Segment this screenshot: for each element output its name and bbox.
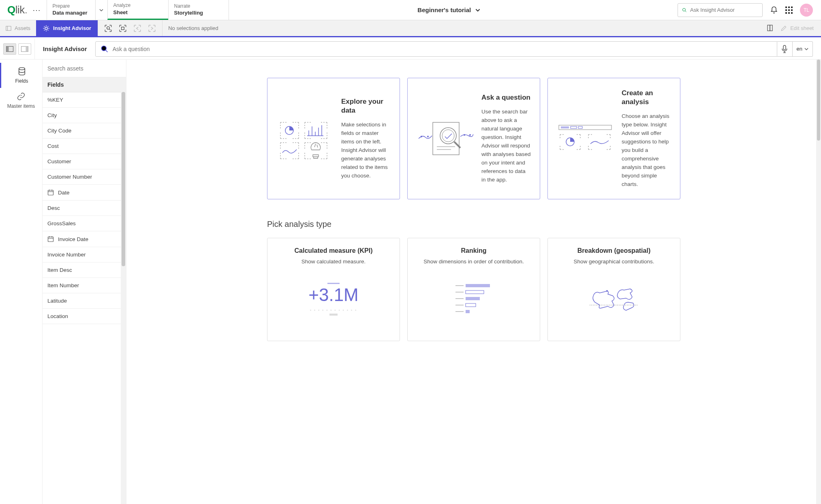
field-item[interactable]: Item Desc [43, 263, 126, 278]
card-title: Ask a question [481, 93, 531, 102]
tab-narrate[interactable]: Narrate Storytelling [168, 0, 229, 20]
svg-point-61 [606, 290, 608, 292]
field-item[interactable]: %KEY [43, 92, 126, 108]
field-item[interactable]: City [43, 108, 126, 123]
right-panel-toggle[interactable] [18, 43, 31, 55]
svg-rect-20 [48, 190, 53, 195]
field-item[interactable]: Date [43, 185, 126, 201]
analysis-desc: Show dimensions in order of contribution… [416, 258, 532, 265]
analysis-desc: Show geographical contributions. [556, 258, 672, 265]
field-item[interactable]: Latitude [43, 293, 126, 309]
intro-card[interactable]: Explore your dataMake selections in fiel… [267, 78, 400, 199]
vnav-master-items[interactable]: Master items [0, 88, 42, 113]
intro-card[interactable]: Create an analysisChoose an analysis typ… [547, 78, 680, 199]
prepare-dropdown[interactable] [95, 0, 107, 20]
content-scrollbar[interactable] [816, 60, 821, 504]
tab-narrate-label: Narrate [174, 3, 220, 10]
language-dropdown[interactable]: en [793, 41, 813, 57]
card-body: Use the search bar above to ask a natura… [481, 108, 531, 184]
svg-line-6 [109, 29, 110, 30]
field-item[interactable]: Customer [43, 154, 126, 169]
link-icon [17, 92, 26, 101]
field-label: Customer Number [47, 174, 92, 180]
field-item[interactable]: Customer Number [43, 169, 126, 185]
card-title: Create an analysis [622, 89, 671, 107]
qlik-logo: Qlik. [7, 4, 28, 16]
question-input-wrap[interactable] [95, 41, 777, 57]
app-title-dropdown[interactable]: Beginner's tutorial [229, 0, 669, 20]
intro-card[interactable]: Ask a questionUse the search bar above t… [407, 78, 540, 199]
field-item[interactable]: GrossSales [43, 216, 126, 231]
field-item[interactable]: Location [43, 309, 126, 324]
field-item[interactable]: Desc [43, 201, 126, 216]
global-search-input[interactable] [690, 7, 758, 13]
database-icon [17, 67, 26, 76]
date-icon [47, 236, 54, 242]
left-panel-toggle[interactable] [3, 43, 16, 55]
insight-icon [43, 25, 50, 32]
svg-rect-24 [48, 237, 53, 242]
analysis-thumbnail: +3.1M- - - - - - - - - - - - [276, 277, 391, 321]
field-label: Cost [47, 143, 59, 149]
svg-point-42 [440, 128, 456, 144]
svg-point-41 [469, 134, 471, 136]
selections-tool-icon[interactable] [118, 24, 127, 33]
svg-point-4 [45, 27, 47, 30]
fields-search-input[interactable] [47, 65, 121, 72]
svg-point-38 [421, 136, 422, 137]
field-item[interactable]: Invoice Number [43, 247, 126, 263]
date-icon [47, 189, 54, 196]
app-launcher-icon[interactable] [785, 6, 793, 14]
tab-analyze-sub: Sheet [113, 9, 160, 16]
analysis-title: Breakdown (geospatial) [556, 247, 672, 254]
search-icon [682, 6, 687, 14]
assets-button[interactable]: Assets [0, 20, 36, 36]
field-item[interactable]: Cost [43, 139, 126, 154]
vnav-fields[interactable]: Fields [0, 63, 42, 88]
fields-list-header: Fields [43, 77, 126, 92]
fields-scrollbar[interactable] [121, 92, 126, 504]
svg-point-0 [683, 8, 686, 11]
analysis-type-card[interactable]: RankingShow dimensions in order of contr… [407, 238, 540, 341]
no-selections-text: No selections applied [162, 20, 218, 36]
pick-analysis-title: Pick analysis type [267, 220, 680, 229]
vnav-master-label: Master items [7, 103, 35, 109]
edit-sheet-button: Edit sheet [780, 25, 814, 32]
assets-label: Assets [15, 25, 30, 31]
field-label: Invoice Date [58, 236, 88, 242]
svg-rect-47 [571, 126, 577, 128]
smart-search-icon[interactable] [104, 24, 113, 33]
svg-rect-57 [466, 303, 476, 307]
question-input[interactable] [113, 46, 772, 52]
field-label: City [47, 112, 57, 118]
vnav-fields-label: Fields [15, 78, 28, 84]
analysis-title: Calculated measure (KPI) [276, 247, 391, 254]
user-avatar[interactable]: TL [800, 4, 813, 17]
tab-narrate-sub: Storytelling [174, 9, 220, 17]
tab-analyze[interactable]: Analyze Sheet [107, 0, 168, 20]
notifications-icon[interactable] [770, 6, 778, 14]
more-menu-icon[interactable]: ⋯ [32, 5, 41, 15]
analysis-thumbnail [416, 277, 532, 321]
bookmarks-icon[interactable] [767, 24, 774, 32]
insight-advisor-button[interactable]: Insight Advisor [36, 20, 98, 36]
tab-prepare[interactable]: Prepare Data manager [47, 0, 107, 20]
field-label: %KEY [47, 97, 63, 103]
card-illustration [417, 116, 473, 161]
microphone-button[interactable] [777, 41, 793, 57]
field-item[interactable]: Invoice Date [43, 231, 126, 247]
analysis-title: Ranking [416, 247, 532, 254]
svg-point-19 [19, 68, 25, 70]
analysis-type-card[interactable]: Calculated measure (KPI)Show calculated … [267, 238, 400, 341]
analysis-type-card[interactable]: Breakdown (geospatial)Show geographical … [547, 238, 680, 341]
language-label: en [797, 46, 802, 52]
panel-icon [6, 26, 11, 31]
field-item[interactable]: Item Number [43, 278, 126, 293]
step-back-icon [133, 24, 142, 33]
global-search[interactable] [678, 3, 763, 17]
card-title: Explore your data [341, 97, 391, 115]
edit-sheet-label: Edit sheet [790, 25, 814, 31]
field-item[interactable]: City Code [43, 123, 126, 139]
field-label: Location [47, 313, 68, 319]
chevron-down-icon [804, 47, 808, 51]
